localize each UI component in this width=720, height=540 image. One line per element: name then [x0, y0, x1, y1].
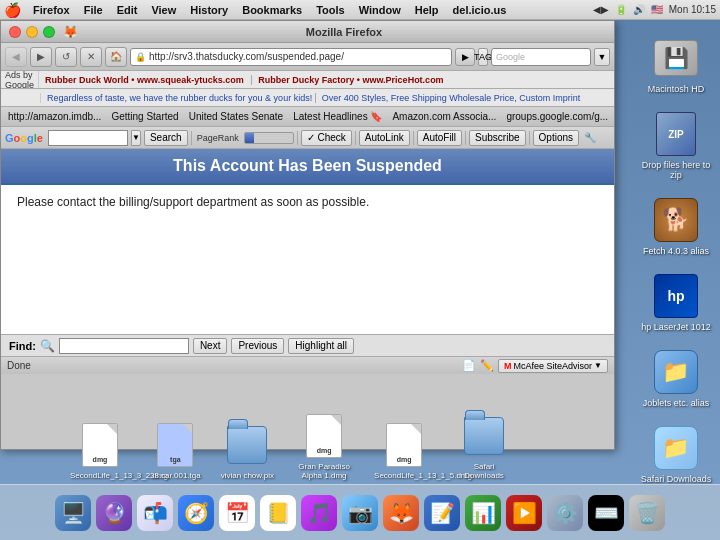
forward-button[interactable]: ▶ [30, 47, 52, 67]
menubar-right: ◀▶ 🔋 🔊 🇺🇸 Mon 10:15 [593, 4, 716, 15]
status-right: 📄 ✏️ M McAfee SiteAdvisor ▼ [462, 359, 608, 373]
joblets-icon[interactable]: 📁 Joblets etc. alias [639, 344, 714, 412]
hp-icon[interactable]: hp hp LaserJet 1012 [637, 268, 715, 336]
close-button[interactable] [9, 26, 21, 38]
google-search-input[interactable] [48, 130, 128, 146]
bookmark-headlines[interactable]: Latest Headlines 🔖 [290, 110, 385, 123]
gran-paradiso-icon[interactable]: dmg Gran Paradiso Alpha 1.dmg [294, 412, 354, 480]
tag-button[interactable]: TAG [478, 48, 488, 66]
maximize-button[interactable] [43, 26, 55, 38]
menu-window[interactable]: Window [353, 3, 407, 17]
check-button[interactable]: ✓ Check [301, 130, 352, 146]
dock-safari[interactable]: 🧭 [177, 494, 215, 532]
subscribe-button[interactable]: Subscribe [469, 130, 525, 146]
system-prefs-icon: ⚙️ [547, 495, 583, 531]
bookmark-amazon[interactable]: http://amazon.imdb... [5, 110, 104, 123]
network-icon: ◀▶ [593, 4, 609, 15]
stop-button[interactable]: ✕ [80, 47, 102, 67]
vivian-chow-icon[interactable]: vivian chow.pix [221, 421, 274, 480]
find-input[interactable] [59, 338, 189, 354]
mcafee-button[interactable]: M McAfee SiteAdvisor ▼ [498, 359, 608, 373]
dock-quicktime[interactable]: ▶️ [505, 494, 543, 532]
dock-mail[interactable]: 📬 [136, 494, 174, 532]
bookmark-groups[interactable]: groups.google.com/g... [503, 110, 611, 123]
dock-firefox[interactable]: 🦊 [382, 494, 420, 532]
home-button[interactable]: 🏠 [105, 47, 127, 67]
secondlife-2-image: dmg [384, 421, 424, 469]
menu-help[interactable]: Help [409, 3, 445, 17]
menu-view[interactable]: View [145, 3, 182, 17]
suspended-body: Please contact the billing/support depar… [1, 185, 614, 219]
apple-menu[interactable]: 🍎 [4, 2, 21, 18]
dock-word[interactable]: 📝 [423, 494, 461, 532]
url-bar[interactable]: 🔒 http://srv3.thatsducky.com/suspended.p… [130, 48, 452, 66]
hd-shape: 💾 [654, 40, 698, 76]
mcafee-dropdown-icon: ▼ [594, 361, 602, 370]
back-button[interactable]: ◀ [5, 47, 27, 67]
reload-button[interactable]: ↺ [55, 47, 77, 67]
find-next-button[interactable]: Next [193, 338, 228, 354]
find-previous-button[interactable]: Previous [231, 338, 284, 354]
dock-ical[interactable]: 📅 [218, 494, 256, 532]
browser-icon: 🦊 [63, 25, 78, 39]
options-button[interactable]: Options [533, 130, 579, 146]
dock-terminal[interactable]: ⌨️ [587, 494, 625, 532]
options-icon: 🔧 [584, 132, 596, 143]
bookmark-getting-started[interactable]: Getting Started [108, 110, 181, 123]
safari-dl-icon[interactable]: Safari Downloads [454, 412, 514, 480]
safari-downloads-icon[interactable]: 📁 Safari Downloads [637, 420, 716, 488]
find-label: Find: [9, 340, 36, 352]
menu-delicious[interactable]: del.icio.us [447, 3, 513, 17]
bookmark-senate[interactable]: United States Senate [186, 110, 287, 123]
window-title: Mozilla Firefox [82, 26, 606, 38]
dock-itunes[interactable]: 🎵 [300, 494, 338, 532]
google-search-dropdown[interactable]: ▼ [131, 130, 141, 146]
menubar: 🍎 Firefox File Edit View History Bookmar… [0, 0, 720, 20]
desktop-icons-right: 💾 Macintosh HD ZIP Drop files here to zi… [636, 30, 716, 488]
dock-system-prefs[interactable]: ⚙️ [546, 494, 584, 532]
drop-zip-icon[interactable]: ZIP Drop files here to zip [636, 106, 716, 184]
menu-file[interactable]: File [78, 3, 109, 17]
autolink-button[interactable]: AutoLink [359, 130, 410, 146]
menu-tools[interactable]: Tools [310, 3, 351, 17]
iphoto-icon: 📷 [342, 495, 378, 531]
safari-dl-image [464, 412, 504, 460]
car38-icon[interactable]: tga 38.car.001.tga [150, 421, 201, 480]
traffic-lights [9, 26, 55, 38]
joblets-label: Joblets etc. alias [643, 398, 710, 408]
dock-trash[interactable]: 🗑️ [628, 494, 666, 532]
fetch-icon[interactable]: 🐕 Fetch 4.0.3 alias [639, 192, 713, 260]
menu-bookmarks[interactable]: Bookmarks [236, 3, 308, 17]
secondlife-1-icon[interactable]: dmg SecondLife_1_13_3_2.dmg [70, 421, 130, 480]
mail-icon: 📬 [137, 495, 173, 531]
go-button[interactable]: ▶ [455, 48, 475, 66]
dock-excel[interactable]: 📊 [464, 494, 502, 532]
dock-finder[interactable]: 🖥️ [54, 494, 92, 532]
vivian-chow-label: vivian chow.pix [221, 471, 274, 480]
pagerank-fill [245, 133, 255, 143]
word-icon: 📝 [424, 495, 460, 531]
find-highlight-button[interactable]: Highlight all [288, 338, 354, 354]
google-search-button[interactable]: Search [144, 130, 188, 146]
dock-iphoto[interactable]: 📷 [341, 494, 379, 532]
web-content: This Account Has Been Suspended Please c… [1, 149, 614, 334]
status-text: Done [7, 360, 31, 371]
secondlife-2-icon[interactable]: dmg SecondLife_1_13_1_5.dmg [374, 421, 434, 480]
find-search-icon: 🔍 [40, 339, 55, 353]
dock-dashboard[interactable]: 🔮 [95, 494, 133, 532]
menu-edit[interactable]: Edit [111, 3, 144, 17]
fetch-label: Fetch 4.0.3 alias [643, 246, 709, 256]
menubar-items: Firefox File Edit View History Bookmarks… [27, 3, 512, 17]
macintosh-hd-icon[interactable]: 💾 Macintosh HD [644, 30, 709, 98]
autofill-button[interactable]: AutoFill [417, 130, 462, 146]
menu-firefox[interactable]: Firefox [27, 3, 76, 17]
toolbar-separator-3 [355, 131, 356, 145]
search-bar[interactable]: Google [491, 48, 591, 66]
hp-shape: hp [654, 274, 698, 318]
menu-history[interactable]: History [184, 3, 234, 17]
ad1[interactable]: Rubber Duck World • www.squeak-ytucks.co… [39, 75, 614, 85]
dock-addressbook[interactable]: 📒 [259, 494, 297, 532]
search-dropdown[interactable]: ▼ [594, 48, 610, 66]
bookmark-amazon2[interactable]: Amazon.com Associa... [389, 110, 499, 123]
minimize-button[interactable] [26, 26, 38, 38]
